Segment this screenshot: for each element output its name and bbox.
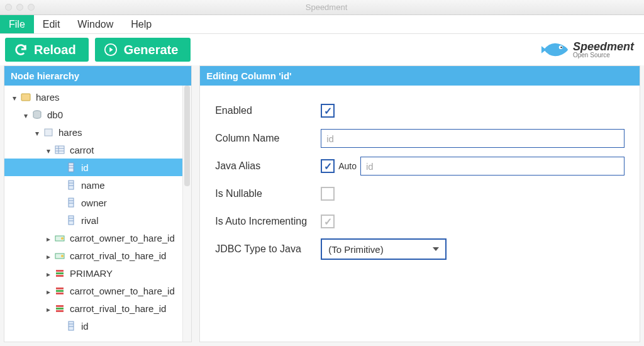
svg-rect-27 [56, 272, 64, 274]
svg-point-2 [560, 47, 562, 48]
checkbox-is-nullable[interactable] [321, 187, 335, 201]
table-icon [55, 145, 65, 155]
tree-item-label: rival [81, 215, 99, 226]
input-column-name[interactable] [321, 129, 625, 148]
svg-rect-10 [69, 163, 74, 172]
tree-item-label: carrot_owner_to_hare_id [70, 286, 175, 296]
label-jdbc-type: JDBC Type to Java [215, 243, 321, 255]
chevron-down-icon [433, 247, 439, 251]
reload-icon [14, 43, 28, 57]
twisty-icon[interactable] [45, 286, 52, 296]
tree-item[interactable]: carrot_rival_to_hare_id [4, 247, 191, 264]
column-icon [66, 180, 76, 190]
column-icon [66, 198, 76, 208]
scrollbar-thumb[interactable] [184, 86, 190, 186]
tree-item[interactable]: carrot [4, 141, 191, 159]
svg-rect-32 [56, 305, 64, 307]
svg-rect-3 [21, 94, 30, 101]
reload-label: Reload [34, 43, 76, 57]
input-java-alias[interactable] [360, 157, 625, 176]
tree-item-label: id [81, 321, 89, 332]
tree-item[interactable]: carrot_rival_to_hare_id [4, 299, 191, 317]
db-icon [32, 109, 42, 120]
menu-edit[interactable]: Edit [34, 15, 69, 33]
tree-item-label: hares [36, 92, 60, 103]
twisty-icon[interactable] [45, 233, 52, 243]
svg-rect-13 [69, 181, 74, 189]
scrollbar-vertical[interactable] [182, 86, 191, 342]
twisty-icon[interactable] [45, 250, 52, 261]
fk-icon [55, 250, 65, 260]
tree-item[interactable]: owner [4, 194, 191, 211]
window-close-icon[interactable] [5, 4, 12, 11]
generate-icon [104, 43, 118, 57]
twisty-icon[interactable] [45, 303, 52, 314]
tree-item-label: carrot_rival_to_hare_id [70, 250, 166, 261]
svg-rect-28 [56, 275, 64, 277]
tree-item-label: hares [58, 127, 82, 138]
fish-icon [540, 38, 569, 61]
tree-item-label: carrot_owner_to_hare_id [70, 233, 175, 243]
tree-item[interactable]: carrot_owner_to_hare_id [4, 282, 191, 299]
select-jdbc-type[interactable]: (To Primitive) [321, 238, 447, 260]
label-enabled: Enabled [215, 105, 321, 116]
svg-rect-29 [56, 287, 64, 289]
tree-item[interactable]: id [4, 159, 191, 176]
tree-item[interactable]: carrot_owner_to_hare_id [4, 229, 191, 247]
tree-item-label: db0 [47, 109, 63, 120]
tree-item[interactable]: PRIMARY [4, 264, 191, 282]
tree-item-label: PRIMARY [70, 268, 113, 279]
menu-file[interactable]: File [0, 15, 34, 33]
checkbox-is-auto-incrementing[interactable] [321, 215, 335, 228]
twisty-icon[interactable] [33, 127, 41, 138]
editor-panel: Editing Column 'id' Enabled Column Name … [199, 65, 640, 342]
twisty-icon[interactable] [22, 109, 30, 120]
svg-rect-34 [56, 310, 64, 312]
column-icon [66, 321, 76, 331]
logo-text-small: Open Source [573, 52, 634, 59]
svg-rect-16 [69, 198, 74, 207]
checkbox-enabled[interactable] [321, 104, 335, 118]
menu-window[interactable]: Window [69, 15, 122, 33]
content: Node hierarchy haresdb0harescarrotidname… [0, 65, 644, 346]
tree-item[interactable]: name [4, 176, 191, 194]
tree-item-label: carrot_rival_to_hare_id [70, 303, 166, 314]
checkbox-java-alias-auto[interactable] [321, 159, 335, 173]
label-column-name: Column Name [215, 133, 321, 144]
svg-rect-5 [45, 129, 52, 136]
idx-icon [55, 303, 65, 313]
select-jdbc-type-value: (To Primitive) [328, 244, 384, 255]
twisty-icon[interactable] [45, 145, 52, 155]
schema-icon [43, 127, 53, 137]
tree-item[interactable]: rival [4, 211, 191, 229]
idx-icon [55, 286, 65, 296]
column-icon [66, 162, 76, 172]
project-icon [21, 92, 31, 102]
menubar: File Edit Window Help [0, 15, 644, 34]
generate-label: Generate [124, 43, 179, 57]
node-hierarchy-panel: Node hierarchy haresdb0harescarrotidname… [4, 65, 192, 342]
logo-text-big: Speedment [573, 41, 634, 52]
node-hierarchy-header: Node hierarchy [4, 66, 191, 86]
tree-item[interactable]: hares [4, 88, 191, 106]
tree-item[interactable]: id [4, 317, 191, 335]
generate-button[interactable]: Generate [95, 38, 191, 62]
tree-item[interactable]: hares [4, 123, 191, 141]
idx-icon [55, 268, 65, 278]
column-icon [66, 215, 76, 225]
reload-button[interactable]: Reload [5, 38, 89, 62]
node-tree[interactable]: haresdb0harescarrotidnameownerrivalcarro… [4, 86, 191, 337]
twisty-icon[interactable] [45, 268, 52, 279]
svg-rect-6 [55, 146, 64, 153]
tree-item-label: owner [81, 198, 107, 208]
menu-help[interactable]: Help [122, 15, 160, 33]
label-java-alias: Java Alias [215, 160, 321, 172]
tree-item-label: id [81, 162, 89, 173]
label-is-nullable: Is Nullable [215, 188, 321, 199]
titlebar: Speedment [0, 0, 644, 15]
tree-item[interactable]: db0 [4, 106, 191, 123]
svg-rect-30 [56, 290, 64, 292]
window-title: Speedment [14, 3, 639, 12]
twisty-icon[interactable] [11, 92, 18, 103]
svg-rect-31 [56, 293, 64, 294]
